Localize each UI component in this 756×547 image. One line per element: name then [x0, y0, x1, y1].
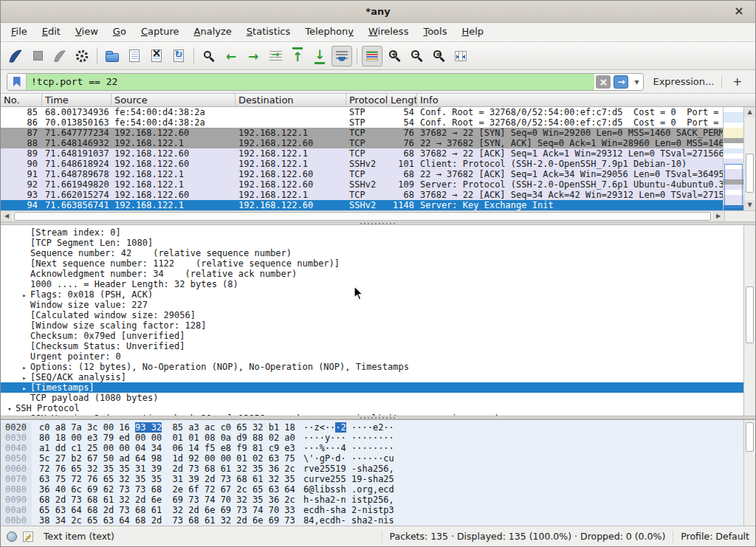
detail-line[interactable]: ▾SSH Protocol — [1, 403, 745, 413]
menu-item[interactable]: File — [4, 23, 35, 41]
detail-line[interactable]: ▸[Timestamps] — [1, 382, 745, 393]
packet-row[interactable]: 94 71.663856741 192.168.122.1 192.168.12… — [1, 200, 723, 210]
go-forward-button[interactable]: → — [243, 46, 264, 66]
profile-text[interactable]: Profile: Default — [681, 531, 749, 542]
menu-item[interactable]: Telephony — [298, 23, 361, 41]
detail-line[interactable]: ▸[SEQ/ACK analysis] — [1, 372, 745, 382]
hex-row[interactable]: 0050 5c 27 b2 67 50 ad 64 98 1d 92 00 00… — [1, 453, 755, 464]
menu-item[interactable]: Edit — [35, 23, 68, 41]
column-header-time[interactable]: Time — [42, 94, 111, 106]
column-header-source[interactable]: Source — [111, 94, 236, 106]
save-file-button[interactable] — [124, 46, 145, 66]
packet-row[interactable]: 93 71.662015274 192.168.122.60 192.168.1… — [1, 190, 723, 200]
auto-scroll-button[interactable] — [331, 46, 352, 66]
column-header-length[interactable]: Length — [388, 94, 417, 106]
packet-row[interactable]: 92 71.661949820 192.168.122.1 192.168.12… — [1, 179, 723, 190]
detail-line[interactable]: 1000 .... = Header Length: 32 bytes (8) — [1, 279, 745, 289]
reload-file-button[interactable]: ↻ — [168, 46, 189, 66]
detail-line[interactable]: TCP payload (1080 bytes) — [1, 393, 745, 403]
packet-list-vscrollbar[interactable]: ▲ ▼ — [743, 107, 755, 210]
menu-item[interactable]: Statistics — [239, 23, 298, 41]
add-filter-button[interactable]: + — [729, 75, 745, 89]
scrollbar-thumb[interactable] — [746, 286, 754, 343]
filter-apply-button[interactable] — [614, 75, 628, 89]
detail-line[interactable]: ▸Flags: 0x018 (PSH, ACK) — [1, 289, 745, 300]
scrollbar-thumb[interactable] — [746, 422, 754, 453]
menu-item[interactable]: View — [68, 23, 106, 41]
scrollbar-thumb[interactable] — [746, 154, 754, 193]
expander-triangle-icon[interactable]: ▾ — [4, 405, 16, 413]
zoom-in-button[interactable] — [384, 46, 405, 66]
open-file-button[interactable] — [102, 46, 123, 66]
hex-row[interactable]: 00b0 38 34 2c 65 63 64 68 2d 73 68 61 32… — [1, 515, 755, 526]
detail-line[interactable]: Window size value: 227 — [1, 300, 745, 310]
hex-vscrollbar[interactable] — [743, 420, 755, 527]
expert-info-icon[interactable] — [7, 531, 17, 542]
detail-line[interactable]: Urgent pointer: 0 — [1, 351, 745, 362]
hex-row[interactable]: 0080 36 40 6c 69 62 73 73 68 2e 6f 72 67… — [1, 484, 755, 495]
detail-line[interactable]: [TCP Segment Len: 1080] — [1, 238, 745, 248]
close-window-icon[interactable]: × — [732, 4, 746, 18]
stop-capture-button[interactable] — [27, 46, 48, 66]
menu-item[interactable]: Go — [106, 23, 134, 41]
display-filter-input[interactable] — [27, 74, 594, 90]
expander-triangle-icon[interactable]: ▸ — [18, 292, 30, 299]
scroll-down-arrow[interactable]: ▼ — [744, 200, 755, 210]
hex-row[interactable]: 0060 72 76 65 32 35 35 31 39 2d 73 68 61… — [1, 464, 755, 474]
expander-triangle-icon[interactable]: ▸ — [18, 374, 30, 382]
packet-row[interactable]: 89 71.648191037 192.168.122.60 192.168.1… — [1, 148, 723, 159]
hex-row[interactable]: 0030 80 18 00 e3 79 ed 00 00 01 01 08 0a… — [1, 433, 755, 443]
filter-bookmark-button[interactable] — [7, 74, 27, 90]
packet-row[interactable]: 86 70.013850163 fe:54:00:d4:38:2a STP 54… — [1, 117, 723, 128]
intelligent-scrollbar-minimap[interactable] — [723, 107, 743, 210]
restart-capture-button[interactable] — [49, 46, 70, 66]
zoom-out-button[interactable] — [406, 46, 427, 66]
hex-row[interactable]: 0070 63 75 72 76 65 32 35 35 31 39 2d 73… — [1, 474, 755, 484]
zoom-reset-button[interactable] — [428, 46, 449, 66]
window-titlebar[interactable]: *any × — [1, 1, 755, 23]
hex-row[interactable]: 0040 a1 dd c1 25 00 00 04 34 06 14 f5 e8… — [1, 443, 755, 453]
column-header-destination[interactable]: Destination — [236, 94, 346, 106]
hscroll-thumb[interactable] — [14, 212, 711, 221]
detail-line[interactable]: [Window size scaling factor: 128] — [1, 320, 745, 331]
scroll-left-arrow[interactable]: ◀ — [1, 211, 13, 221]
detail-line[interactable]: ▸Options: (12 bytes), No-Operation (NOP)… — [1, 362, 745, 372]
menu-item[interactable]: Tools — [416, 23, 454, 41]
menu-item[interactable]: Capture — [134, 23, 187, 41]
capture-comment-icon[interactable] — [23, 531, 33, 542]
hex-row[interactable]: 00a0 65 63 64 68 2d 73 68 61 32 2d 6e 69… — [1, 505, 755, 515]
detail-line[interactable]: [Checksum Status: Unverified] — [1, 341, 745, 351]
scroll-up-arrow[interactable]: ▲ — [744, 107, 755, 117]
hex-row[interactable]: 0020 c0 a8 7a 3c 00 16 93 32 85 a3 ac c0… — [1, 422, 755, 433]
resize-columns-button[interactable] — [450, 46, 471, 66]
detail-line[interactable]: [Next sequence number: 1122 (relative se… — [1, 258, 745, 269]
find-packet-button[interactable] — [199, 46, 219, 66]
menu-item[interactable]: Analyze — [187, 23, 239, 41]
menu-item[interactable]: Wireless — [361, 23, 416, 41]
capture-options-button[interactable] — [72, 46, 92, 66]
hex-row[interactable]: 0090 68 2d 73 68 61 32 2d 6e 69 73 74 70… — [1, 495, 755, 505]
filter-dropdown-button[interactable] — [631, 75, 642, 89]
detail-line[interactable]: [Stream index: 0] — [1, 227, 745, 238]
packet-row[interactable]: 85 68.001734936 fe:54:00:d4:38:2a STP 54… — [1, 107, 723, 117]
go-to-packet-button[interactable]: → — [265, 46, 286, 66]
expression-button[interactable]: Expression... — [653, 76, 714, 87]
menu-item[interactable]: Help — [454, 23, 491, 41]
go-to-bottom-button[interactable]: ↓ — [309, 46, 330, 66]
column-header-protocol[interactable]: Protocol — [346, 94, 388, 106]
go-back-button[interactable]: ← — [221, 46, 241, 66]
detail-line[interactable]: [Calculated window size: 29056] — [1, 310, 745, 320]
packet-row[interactable]: 88 71.648146932 192.168.122.1 192.168.12… — [1, 138, 723, 148]
go-to-top-button[interactable]: ↑ — [287, 46, 308, 66]
packet-row[interactable]: 90 71.648618924 192.168.122.60 192.168.1… — [1, 159, 723, 169]
expander-triangle-icon[interactable]: ▸ — [18, 385, 30, 392]
packet-row[interactable]: 87 71.647777234 192.168.122.60 192.168.1… — [1, 128, 723, 138]
filter-clear-button[interactable] — [596, 75, 611, 89]
expander-triangle-icon[interactable]: ▸ — [18, 364, 30, 371]
packet-list-hscrollbar[interactable]: ◀ ▶ — [1, 210, 755, 221]
detail-line[interactable]: Sequence number: 42 (relative sequence n… — [1, 248, 745, 258]
detail-line[interactable]: Checksum: 0x79ed [unverified] — [1, 331, 745, 341]
hscroll-trough[interactable] — [13, 211, 712, 221]
detail-line[interactable]: Acknowledgment number: 34 (relative ack … — [1, 269, 745, 279]
packet-row[interactable]: 91 71.648789678 192.168.122.1 192.168.12… — [1, 169, 723, 179]
